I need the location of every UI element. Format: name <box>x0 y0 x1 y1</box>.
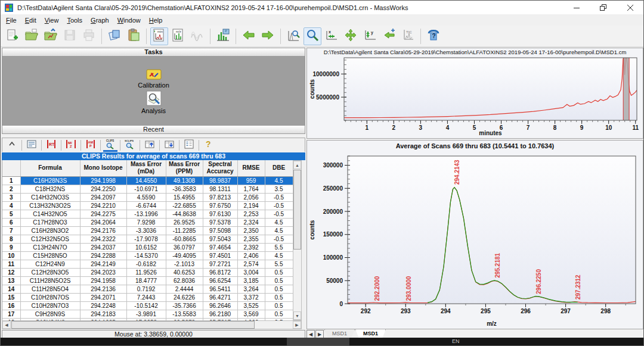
cell-value: 98.1311 <box>203 185 237 193</box>
column-header[interactable]: Mass Error (mDa) <box>126 160 166 176</box>
report-view-button[interactable] <box>24 139 39 151</box>
properties-button[interactable] <box>181 139 197 151</box>
taskbar-app-segment[interactable] <box>287 338 349 345</box>
help-button[interactable]: ? <box>425 27 442 45</box>
overlay-view-button[interactable] <box>188 27 206 45</box>
zoom-x-button[interactable]: x <box>323 27 340 45</box>
table-row[interactable]: 12C12H28N3O5294.202311.952640.625396.817… <box>2 268 293 276</box>
column-header[interactable]: DBE <box>265 160 293 176</box>
minimize-button[interactable] <box>563 1 590 14</box>
collapse-button[interactable] <box>4 139 20 151</box>
column-header[interactable]: Mono Isotope <box>80 160 126 176</box>
scroll-left-button[interactable]: ◀ <box>2 321 11 329</box>
menu-window[interactable]: Window <box>113 15 145 25</box>
copy-page-button[interactable] <box>106 27 123 45</box>
menu-file[interactable]: File <box>2 15 21 25</box>
horizontal-scroll-thumb[interactable] <box>11 321 255 329</box>
autoscale-button[interactable] <box>342 27 360 45</box>
vertical-scroll-thumb[interactable] <box>293 170 301 250</box>
column-header[interactable]: Mass Error (PPM) <box>166 160 203 176</box>
filter-amp-button[interactable]: AMP <box>83 139 98 151</box>
menu-graph[interactable]: Graph <box>86 15 113 25</box>
table-row[interactable]: 17C9H28N9S294.2183-3.9891-13.558396.2180… <box>2 310 293 318</box>
zoom-y-button[interactable]: y <box>361 27 379 45</box>
svg-text:P: P <box>89 144 92 148</box>
next-scan-button[interactable] <box>259 27 277 45</box>
print-button[interactable] <box>80 27 98 45</box>
column-header[interactable] <box>2 160 20 176</box>
save-button[interactable] <box>61 27 79 45</box>
table-row[interactable]: 5C14H32NO5294.2275-13.1996-44.863897.613… <box>2 210 293 218</box>
tic-view-button[interactable]: min <box>150 27 168 45</box>
help-button[interactable]: ? <box>201 139 216 151</box>
table-row[interactable]: 4C13H32N3O2S294.2210-6.6744-22.685597.67… <box>2 201 293 210</box>
table-vertical-scrollbar[interactable]: ▲ ▼ <box>293 160 302 320</box>
scroll-up-button[interactable]: ▲ <box>293 161 301 169</box>
table-row[interactable]: 13C11H28N5O2S294.195818.477762.803696.62… <box>2 276 293 285</box>
open-file-button[interactable] <box>23 27 41 45</box>
table-row[interactable]: 15C10H28N7OS294.20717.244324.622696.4271… <box>2 293 293 301</box>
cell-value: 97.2721 <box>203 260 237 268</box>
task-analysis[interactable]: Analysis <box>141 91 166 114</box>
table-row[interactable]: 3C14H32NO3S294.20974.559015.495597.82132… <box>2 193 293 201</box>
table-row[interactable]: 9C13H24N7O294.203710.615236.079797.46542… <box>2 243 293 251</box>
table-row[interactable]: 1C16H28N3S294.199814.455049.130898.98379… <box>2 176 293 185</box>
scroll-down-button[interactable]: ▼ <box>293 311 301 320</box>
tab-msd1-1[interactable]: MSD1 <box>355 329 386 338</box>
tab-scroll-left[interactable]: ◀ <box>306 330 315 338</box>
task-calibration[interactable]: Calibration <box>138 67 169 89</box>
table-row[interactable]: 11C12H24N9294.2149-0.6182-2.101397.27212… <box>2 260 293 268</box>
export-results-button[interactable] <box>162 139 177 151</box>
show-tic-button[interactable]: TIC <box>399 27 417 45</box>
column-header[interactable]: RMSE <box>237 160 265 176</box>
calibration-tool-button[interactable] <box>214 27 232 45</box>
recent-header[interactable]: Recent <box>2 125 305 134</box>
column-header[interactable]: Formula <box>20 160 80 176</box>
chromatogram-panel[interactable]: D:\TestData\Agilent Santa Clara\05-29-20… <box>306 48 643 139</box>
taskbar-language[interactable]: EN <box>452 338 460 344</box>
table-row[interactable]: 6C17H28NO3294.20647.929826.952597.53782,… <box>2 218 293 226</box>
cell-value: 4.5590 <box>126 193 166 201</box>
tab-scroll-right[interactable]: ▶ <box>315 330 324 338</box>
import-results-button[interactable] <box>142 139 157 151</box>
cell-value: 98.9837 <box>203 176 237 185</box>
windows-taskbar[interactable]: EN <box>1 338 643 345</box>
new-document-button[interactable] <box>4 27 21 45</box>
previous-scan-button[interactable] <box>240 27 258 45</box>
filter-rt-button[interactable]: RT <box>44 139 59 151</box>
cell-value: 2.4444 <box>166 285 203 293</box>
menu-tools[interactable]: Tools <box>63 15 86 25</box>
table-row[interactable]: 7C16H28N3O2294.2176-3.3036-11.228597.509… <box>2 226 293 235</box>
mass-spectrum[interactable]: Average of Scans 669 thru 683 (10.5441 t… <box>307 141 643 329</box>
table-row[interactable]: 2C18H32NS294.2250-10.6971-36.358398.1311… <box>2 185 293 193</box>
open-file-icon <box>24 28 39 45</box>
paste-button[interactable] <box>125 27 143 45</box>
window-title: D:\TestData\Agilent Santa Clara\05-29-20… <box>17 4 408 11</box>
scroll-right-button[interactable]: ▶ <box>293 321 301 329</box>
tab-msd1-0[interactable]: MSD1 <box>324 329 355 338</box>
cell-formula: C12H28N3O5 <box>20 268 80 276</box>
spectrum-panel[interactable]: Average of Scans 669 thru 683 (10.5441 t… <box>306 140 643 329</box>
row-number: 11 <box>2 260 20 268</box>
spectrum-view-button[interactable]: m/z <box>169 27 187 45</box>
table-row[interactable]: 16C10H28N7O3294.2248-10.5142-35.736696.2… <box>2 301 293 310</box>
open-data-button[interactable] <box>42 27 60 45</box>
insert-range-button[interactable] <box>380 27 398 45</box>
clips-search-button[interactable]: CLIPS <box>103 139 118 151</box>
table-row[interactable]: 8C12H32N5OS294.2322-17.9078-60.866597.50… <box>2 235 293 243</box>
restore-button[interactable] <box>590 1 617 14</box>
table-row[interactable]: 14C11H28N5O4294.21360.71922.444496.54113… <box>2 285 293 293</box>
zoom-tool-button[interactable] <box>304 27 321 45</box>
menu-help[interactable]: Help <box>145 15 167 25</box>
table-horizontal-scrollbar[interactable]: ◀ ▶ <box>2 320 302 329</box>
table-row[interactable]: 10C15H28N5O294.2288-14.5370-49.409597.45… <box>2 251 293 260</box>
tic-chromatogram[interactable]: D:\TestData\Agilent Santa Clara\05-29-20… <box>307 48 643 138</box>
menu-edit[interactable]: Edit <box>21 15 41 25</box>
filter-mz-button[interactable]: M/Z <box>63 139 79 151</box>
sclips-search-button[interactable]: SCLIPS <box>122 139 138 151</box>
menu-view[interactable]: View <box>41 15 63 25</box>
cell-value: 2,194 <box>237 201 265 210</box>
column-header[interactable]: Spectral Accuracy <box>203 160 237 176</box>
close-button[interactable] <box>617 1 643 14</box>
peak-zoom-button[interactable] <box>284 27 302 45</box>
